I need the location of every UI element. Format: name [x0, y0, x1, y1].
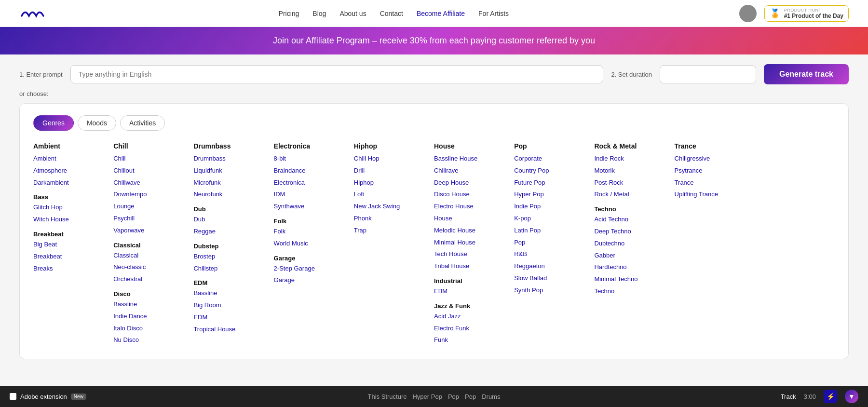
nav-for-artists[interactable]: For Artists — [478, 10, 509, 17]
product-hunt-badge[interactable]: 🏅 PRODUCT HUNT #1 Product of the Day — [764, 5, 849, 22]
genre-motorik[interactable]: Motorik — [594, 166, 666, 176]
genre-orchestral[interactable]: Orchestral — [113, 274, 186, 285]
genre-trance[interactable]: Trance — [675, 178, 747, 188]
genre-synth-pop[interactable]: Synth Pop — [514, 285, 586, 296]
genre-bassline-edm[interactable]: Bassline — [193, 288, 266, 298]
genre-garage[interactable]: Garage — [274, 275, 346, 285]
lightning-button[interactable]: ⚡ — [824, 390, 837, 403]
genre-witch-house[interactable]: Witch House — [33, 215, 106, 225]
genre-corporate[interactable]: Corporate — [514, 154, 586, 164]
genre-bassline-house[interactable]: Bassline House — [434, 154, 506, 164]
genre-lounge[interactable]: Lounge — [113, 202, 186, 212]
genre-gabber[interactable]: Gabber — [594, 251, 666, 261]
tab-genres[interactable]: Genres — [33, 115, 74, 131]
genre-tribal-house[interactable]: Tribal House — [434, 261, 506, 271]
nav-affiliate[interactable]: Become Affiliate — [417, 10, 465, 17]
genre-dub[interactable]: Dub — [193, 215, 266, 225]
genre-nu-disco[interactable]: Nu Disco — [113, 335, 186, 345]
genre-disco-house[interactable]: Disco House — [434, 190, 506, 200]
genre-vaporwave[interactable]: Vaporwave — [113, 226, 186, 236]
avatar[interactable] — [739, 5, 757, 22]
genre-chillstep[interactable]: Chillstep — [193, 264, 266, 274]
genre-uplifting-trance[interactable]: Uplifting Trance — [675, 190, 747, 200]
genre-electronica[interactable]: Electronica — [274, 178, 346, 188]
genre-reggae[interactable]: Reggae — [193, 227, 266, 237]
genre-hardtechno[interactable]: Hardtechno — [594, 262, 666, 272]
generate-button[interactable]: Generate track — [764, 64, 849, 84]
duration-input[interactable]: 00:45 — [660, 65, 756, 83]
genre-ebm[interactable]: EBM — [434, 286, 506, 297]
nav-blog[interactable]: Blog — [312, 10, 326, 17]
genre-chillgressive[interactable]: Chillgressive — [675, 154, 747, 164]
genre-electro-funk[interactable]: Electro Funk — [434, 324, 506, 334]
genre-chill[interactable]: Chill — [113, 154, 186, 164]
genre-chillout[interactable]: Chillout — [113, 166, 186, 176]
nav-pricing[interactable]: Pricing — [279, 10, 299, 17]
genre-big-room[interactable]: Big Room — [193, 300, 266, 311]
nav-about[interactable]: About us — [339, 10, 366, 17]
genre-funk[interactable]: Funk — [434, 335, 506, 345]
genre-rnb[interactable]: R&B — [514, 249, 586, 259]
genre-8bit[interactable]: 8-bit — [274, 154, 346, 164]
genre-techno[interactable]: Techno — [594, 286, 666, 297]
genre-chill-hop[interactable]: Chill Hop — [354, 154, 426, 164]
genre-ambient[interactable]: Ambient — [33, 154, 106, 164]
genre-breakbeat[interactable]: Breakbeat — [33, 252, 106, 262]
genre-italo-disco[interactable]: Italo Disco — [113, 324, 186, 334]
genre-world-music[interactable]: World Music — [274, 239, 346, 249]
prompt-input[interactable] — [70, 65, 604, 83]
genre-country-pop[interactable]: Country Pop — [514, 166, 586, 176]
genre-neo-classic[interactable]: Neo-classic — [113, 262, 186, 272]
genre-dubtechno[interactable]: Dubtechno — [594, 239, 666, 249]
genre-phonk[interactable]: Phonk — [354, 214, 426, 224]
genre-psytrance[interactable]: Psytrance — [675, 166, 747, 176]
logo[interactable] — [19, 6, 48, 21]
genre-deep-techno[interactable]: Deep Techno — [594, 227, 666, 237]
genre-liquidfunk[interactable]: Liquidfunk — [193, 166, 266, 176]
genre-edm[interactable]: EDM — [193, 312, 266, 323]
genre-minimal-house[interactable]: Minimal House — [434, 238, 506, 248]
genre-folk[interactable]: Folk — [274, 227, 346, 237]
genre-classical[interactable]: Classical — [113, 251, 186, 261]
genre-slow-ballad[interactable]: Slow Ballad — [514, 273, 586, 284]
genre-tropical-house[interactable]: Tropical House — [193, 325, 266, 335]
genre-drumnbass[interactable]: Drumnbass — [193, 154, 266, 164]
genre-latin-pop[interactable]: Latin Pop — [514, 226, 586, 236]
genre-psychill[interactable]: Psychill — [113, 214, 186, 224]
genre-minimal-techno[interactable]: Minimal Techno — [594, 274, 666, 285]
genre-future-pop[interactable]: Future Pop — [514, 178, 586, 188]
genre-house[interactable]: House — [434, 214, 506, 224]
genre-kpop[interactable]: K-pop — [514, 214, 586, 224]
genre-electro-house[interactable]: Electro House — [434, 202, 506, 212]
genre-trap[interactable]: Trap — [354, 226, 426, 236]
genre-microfunk[interactable]: Microfunk — [193, 178, 266, 188]
genre-2step-garage[interactable]: 2-Step Garage — [274, 264, 346, 274]
genre-glitch-hop[interactable]: Glitch Hop — [33, 203, 106, 213]
genre-chillrave[interactable]: Chillrave — [434, 166, 506, 176]
genre-indie-rock[interactable]: Indie Rock — [594, 154, 666, 164]
genre-pop[interactable]: Pop — [514, 238, 586, 248]
genre-melodic-house[interactable]: Melodic House — [434, 226, 506, 236]
genre-darkambient[interactable]: Darkambient — [33, 178, 106, 188]
tab-activities[interactable]: Activities — [120, 115, 165, 131]
genre-synthwave[interactable]: Synthwave — [274, 202, 346, 212]
genre-neurofunk[interactable]: Neurofunk — [193, 190, 266, 200]
genre-bassline-disco[interactable]: Bassline — [113, 299, 186, 310]
genre-breaks[interactable]: Breaks — [33, 264, 106, 274]
action-circle-button[interactable]: ▼ — [845, 390, 858, 403]
genre-hiphop[interactable]: Hiphop — [354, 178, 426, 188]
affiliate-banner[interactable]: Join our Affiliate Program – receive 30%… — [0, 27, 868, 54]
genre-indie-dance[interactable]: Indie Dance — [113, 312, 186, 322]
nav-contact[interactable]: Contact — [380, 10, 403, 17]
genre-indie-pop[interactable]: Indie Pop — [514, 202, 586, 212]
genre-idm[interactable]: IDM — [274, 190, 346, 200]
genre-downtempo[interactable]: Downtempo — [113, 190, 186, 200]
genre-big-beat[interactable]: Big Beat — [33, 240, 106, 250]
tab-moods[interactable]: Moods — [78, 115, 116, 131]
genre-tech-house[interactable]: Tech House — [434, 249, 506, 259]
genre-chillwave[interactable]: Chillwave — [113, 178, 186, 188]
genre-new-jack-swing[interactable]: New Jack Swing — [354, 202, 426, 212]
genre-brostep[interactable]: Brostep — [193, 252, 266, 262]
genre-braindance[interactable]: Braindance — [274, 166, 346, 176]
genre-rock-metal[interactable]: Rock / Metal — [594, 190, 666, 200]
